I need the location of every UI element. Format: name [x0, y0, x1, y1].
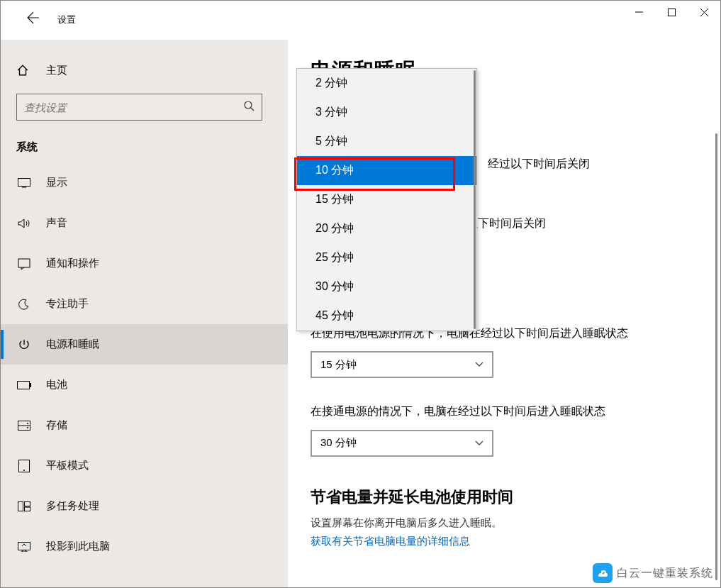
sidebar-nav: 显示声音通知和操作专注助手电源和睡眠电池存储平板模式多任务处理投影到此电脑: [1, 162, 288, 567]
watermark: 白云一键重装系统: [593, 563, 713, 583]
sidebar-item-power[interactable]: 电源和睡眠: [1, 324, 288, 365]
svg-rect-0: [668, 9, 675, 16]
dropdown-option[interactable]: 25 分钟: [297, 243, 476, 272]
chevron-down-icon: [475, 360, 484, 370]
storage-icon: [16, 418, 32, 433]
svg-point-1: [245, 101, 252, 109]
project-icon: [16, 539, 32, 555]
sidebar-item-label: 电池: [46, 378, 67, 392]
battery-icon: [16, 377, 32, 393]
sidebar-item-label: 存储: [46, 418, 67, 432]
power-icon: [16, 337, 32, 353]
sidebar-item-label: 投影到此电脑: [46, 540, 110, 553]
arrow-left-icon: [27, 11, 40, 24]
sidebar-item-display[interactable]: 显示: [1, 162, 288, 203]
sidebar-item-label: 通知和操作: [46, 257, 99, 270]
sidebar-group-title: 系统: [16, 140, 288, 154]
svg-rect-5: [30, 383, 31, 387]
close-icon: [700, 9, 708, 16]
dropdown-option[interactable]: 10 分钟: [297, 156, 476, 185]
save-power-body: 设置屏幕在你离开电脑后多久进入睡眠。: [311, 515, 705, 531]
dropdown-option[interactable]: 3 分钟: [297, 98, 476, 127]
sidebar-item-label: 电源和睡眠: [46, 338, 99, 351]
svg-rect-12: [25, 501, 30, 506]
svg-rect-4: [18, 381, 30, 389]
dropdown-option[interactable]: 15 分钟: [297, 185, 476, 214]
sidebar-item-focus-assist[interactable]: 专注助手: [1, 284, 288, 324]
dropdown-scrollbar[interactable]: [474, 70, 476, 329]
maximize-icon: [668, 9, 676, 16]
titlebar: 设置: [1, 1, 720, 30]
scrollbar-vertical[interactable]: [715, 133, 717, 580]
dropdown-option[interactable]: 5 分钟: [297, 127, 476, 156]
sleep-plugged-select[interactable]: 30 分钟: [311, 430, 493, 457]
svg-point-8: [27, 427, 28, 428]
sidebar-item-storage[interactable]: 存储: [1, 405, 288, 445]
focus-assist-icon: [16, 296, 32, 312]
sidebar-item-multitask[interactable]: 多任务处理: [1, 486, 288, 526]
sleep-battery-select[interactable]: 15 分钟: [311, 351, 493, 378]
svg-rect-2: [18, 178, 30, 186]
back-button[interactable]: [23, 8, 43, 28]
window-controls: [622, 1, 720, 23]
svg-rect-11: [18, 501, 23, 511]
save-power-heading: 节省电量并延长电池使用时间: [311, 487, 705, 508]
sidebar-item-project[interactable]: 投影到此电脑: [1, 526, 288, 567]
home-label: 主页: [46, 64, 67, 77]
svg-rect-14: [18, 542, 30, 550]
sidebar-item-sound[interactable]: 声音: [1, 203, 288, 243]
sidebar-item-label: 专注助手: [46, 297, 89, 311]
sidebar-item-label: 声音: [46, 216, 67, 230]
svg-point-10: [23, 470, 25, 471]
notifications-icon: [16, 256, 32, 272]
search-container: [16, 94, 272, 121]
search-box[interactable]: [16, 94, 262, 121]
learn-more-link[interactable]: 获取有关节省电脑电量的详细信息: [311, 535, 705, 548]
sleep-plugged-label: 在接通电源的情况下，电脑在经过以下时间后进入睡眠状态: [311, 404, 705, 419]
home-button[interactable]: 主页: [1, 54, 288, 87]
sidebar-item-label: 平板模式: [46, 459, 89, 472]
sleep-battery-value: 15 分钟: [320, 358, 357, 372]
svg-point-7: [27, 423, 28, 424]
sidebar-item-label: 多任务处理: [46, 499, 99, 513]
time-dropdown[interactable]: 2 分钟3 分钟5 分钟10 分钟15 分钟20 分钟25 分钟30 分钟45 …: [296, 68, 477, 331]
watermark-text: 白云一键重装系统: [617, 566, 713, 581]
dropdown-option[interactable]: 45 分钟: [297, 301, 476, 331]
sound-icon: [16, 216, 32, 231]
dropdown-option[interactable]: 30 分钟: [297, 272, 476, 301]
sleep-plugged-value: 30 分钟: [320, 436, 357, 450]
window-title: 设置: [57, 13, 76, 26]
multitask-icon: [16, 499, 32, 514]
screen-off-battery-label: 经过以下时间后关闭: [488, 156, 705, 172]
tablet-icon: [16, 458, 32, 474]
chevron-down-icon: [475, 438, 484, 448]
display-icon: [16, 175, 32, 191]
sidebar-item-battery[interactable]: 电池: [1, 365, 288, 405]
screen-off-plugged-label: 以下时间后关闭: [466, 216, 705, 231]
sidebar-item-notifications[interactable]: 通知和操作: [1, 243, 288, 284]
maximize-button[interactable]: [655, 1, 688, 23]
close-button[interactable]: [688, 1, 720, 23]
svg-rect-3: [18, 259, 30, 267]
sidebar-item-tablet[interactable]: 平板模式: [1, 445, 288, 486]
dropdown-option[interactable]: 2 分钟: [297, 69, 476, 98]
home-icon: [16, 64, 32, 77]
watermark-badge-icon: [593, 563, 613, 583]
search-icon: [243, 100, 255, 114]
svg-rect-13: [25, 507, 30, 511]
minimize-button[interactable]: [622, 1, 655, 23]
settings-window: 设置 主页: [0, 0, 721, 588]
sidebar: 主页 系统 显示声音通知和操作专注助手电源和睡眠电池存储平板模式多任务处理投影到…: [1, 40, 288, 587]
dropdown-option[interactable]: 20 分钟: [297, 214, 476, 243]
minimize-icon: [635, 9, 643, 16]
sidebar-item-label: 显示: [46, 176, 67, 189]
search-input[interactable]: [24, 101, 243, 113]
